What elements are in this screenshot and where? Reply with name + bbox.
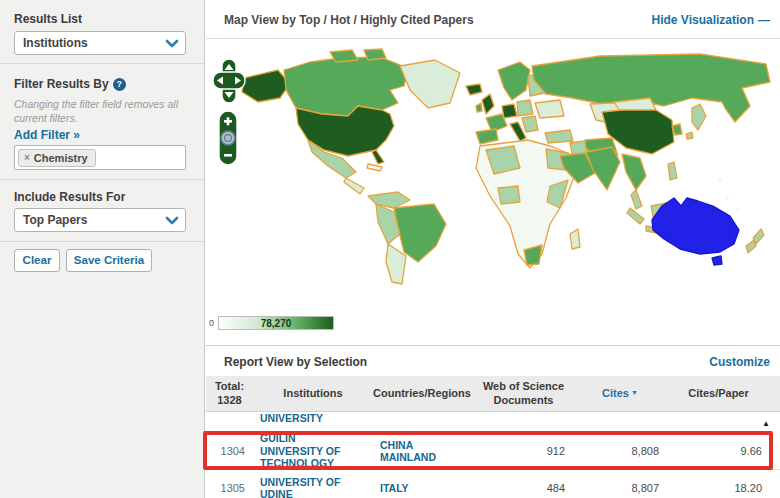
cites-cell: 8,808 [576,445,664,457]
include-results-label: Include Results For [14,190,125,204]
globe-reset-icon [221,131,235,145]
documents-cell: 484 [471,482,576,494]
column-cites-sortable[interactable]: Cites▼ [576,387,664,401]
minus-icon: — [758,13,770,27]
institution-link[interactable]: GUILIN UNIVERSITY OF TECHNOLOGY [260,432,355,469]
results-list-select[interactable]: Institutions [14,31,186,55]
customize-link[interactable]: Customize [709,355,770,369]
country-link[interactable]: ITALY [380,482,409,494]
country-spain [476,129,498,144]
legend-min-value: 0 [209,318,214,328]
chevron-down-icon [165,216,179,225]
include-results-select[interactable]: Top Papers [14,208,186,232]
scroll-up-icon[interactable]: ▲ [762,419,770,428]
include-results-selected-value: Top Papers [23,213,87,227]
selected-country-australia[interactable] [652,198,739,254]
rank-cell: 1304 [206,445,253,457]
legend-max-value: 78,270 [261,318,292,329]
institution-link[interactable]: UNIVERSITY OF UDINE [260,476,355,498]
table-row-1304: 1304 GUILIN UNIVERSITY OF TECHNOLOGY CHI… [206,433,780,470]
country-uk [482,94,494,114]
country-canada [284,57,408,116]
save-criteria-button[interactable]: Save Criteria [66,249,152,272]
help-icon[interactable]: ? [113,78,126,91]
country-iceland [466,84,482,95]
column-institutions: Institutions [253,387,373,401]
map-legend: 0 78,270 [209,316,334,330]
filter-sidebar: Results List Institutions Filter Results… [0,0,205,498]
map-zoom-control[interactable] [217,110,239,166]
clear-button[interactable]: Clear [14,249,60,272]
documents-cell: 912 [471,445,576,457]
results-list-label: Results List [14,12,82,26]
map-panel-header: Map View by Top / Hot / Highly Cited Pap… [206,0,780,39]
country-alaska [242,70,290,102]
report-titlebar: Report View by Selection Customize [206,346,780,376]
map-countries[interactable] [242,49,770,284]
add-filter-link[interactable]: Add Filter » [14,128,80,142]
map-pan-control[interactable] [212,58,246,104]
sidebar-divider [0,241,205,242]
column-cites-per-paper: Cites/Paper [664,387,773,401]
table-header: Total: 1328 Institutions Countries/Regio… [206,376,780,412]
cites-cell: 8,807 [576,482,664,494]
cites-per-paper-cell: 9.66 [664,445,773,457]
filter-note: Changing the filter field removes all cu… [14,97,190,125]
rank-cell: 1305 [206,482,253,494]
filter-input[interactable]: × Chemistry [14,145,186,170]
column-wos-documents: Web of Science Documents [471,380,576,408]
hide-visualization-link[interactable]: Hide Visualization— [652,13,770,27]
australia-tasmania [712,256,722,265]
legend-gradient-bar: 78,270 [218,316,334,330]
filter-results-label: Filter Results By? [14,77,126,91]
country-germany [502,104,517,118]
country-turkey [545,130,573,143]
filter-chip-label: Chemistry [34,152,88,164]
country-japan [692,104,706,130]
column-countries-regions: Countries/Regions [373,387,471,401]
sidebar-divider [0,63,205,64]
map-panel-title: Map View by Top / Hot / Highly Cited Pap… [224,13,474,27]
map-visualization-area: 0 78,270 [206,40,780,345]
country-greenland [400,60,460,108]
remove-chip-icon[interactable]: × [24,152,30,163]
cites-per-paper-cell: 18.20 [664,482,773,494]
chevron-down-icon [165,39,179,48]
results-list-selected-value: Institutions [23,36,88,50]
filter-chip-chemistry: × Chemistry [18,149,96,167]
sidebar-divider [0,179,205,180]
institution-link-partial[interactable]: UNIVERSITY [260,412,323,424]
world-map[interactable] [230,48,776,310]
sort-descending-icon: ▼ [631,389,638,396]
report-title: Report View by Selection [224,355,367,369]
country-link[interactable]: CHINA MAINLAND [380,439,452,464]
table-row-partial: UNIVERSITY [206,412,780,433]
table-body: UNIVERSITY 1304 GUILIN UNIVERSITY OF TEC… [206,412,780,498]
main-content: Map View by Top / Hot / Highly Cited Pap… [206,0,780,498]
table-row-1305: 1305 UNIVERSITY OF UDINE ITALY 484 8,807… [206,470,780,498]
zoom-out-icon [224,154,232,157]
column-total: Total: 1328 [206,380,253,408]
esi-application: Results List Institutions Filter Results… [0,0,780,498]
